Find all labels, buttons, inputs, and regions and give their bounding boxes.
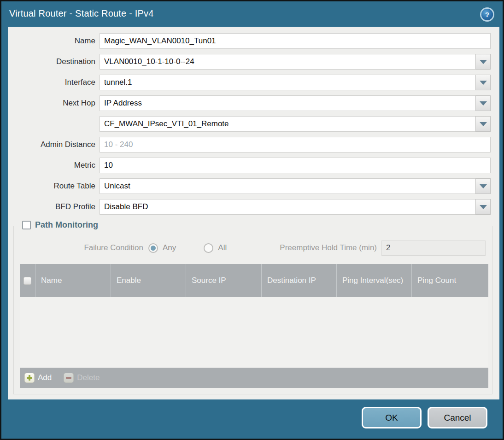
table-header: Name Enable Source IP Destination IP Pin… <box>20 264 488 297</box>
dialog-footer: OK Cancel <box>362 407 487 428</box>
chevron-down-icon <box>480 101 487 106</box>
metric-row: Metric <box>8 158 491 173</box>
bfd-profile-label: BFD Profile <box>8 202 100 211</box>
table-body-empty <box>20 297 488 368</box>
interface-dropdown-button[interactable] <box>475 75 491 90</box>
route-table-dropdown-button[interactable] <box>475 178 491 194</box>
admin-distance-input[interactable] <box>100 137 491 153</box>
name-label: Name <box>8 36 100 46</box>
destination-dropdown-button[interactable] <box>475 54 491 70</box>
ok-button[interactable]: OK <box>362 407 422 428</box>
column-header-source-ip: Source IP <box>186 264 261 297</box>
path-monitoring-checkbox[interactable] <box>22 221 31 229</box>
column-header-name: Name <box>35 264 111 297</box>
bfd-profile-input[interactable] <box>100 199 476 215</box>
delete-button-label: Delete <box>77 373 100 382</box>
static-route-dialog: Virtual Router - Static Route - IPv4 ? N… <box>0 0 504 440</box>
dialog-content: Name Destination Interface <box>8 27 499 399</box>
failure-condition-label: Failure Condition <box>14 243 148 252</box>
path-monitoring-title: Path Monitoring <box>35 220 98 230</box>
help-icon[interactable]: ? <box>481 9 493 20</box>
destination-input[interactable] <box>100 54 476 70</box>
next-hop-address-row <box>8 116 491 132</box>
interface-row: Interface <box>8 75 491 90</box>
interface-label: Interface <box>8 78 100 87</box>
path-monitoring-legend: Path Monitoring <box>19 220 101 230</box>
chevron-down-icon <box>480 122 487 126</box>
next-hop-address-input[interactable] <box>100 116 476 132</box>
add-button[interactable]: Add <box>24 373 52 383</box>
name-input[interactable] <box>100 33 491 49</box>
add-button-label: Add <box>38 373 52 382</box>
chevron-down-icon <box>480 205 487 209</box>
plus-icon <box>24 373 35 383</box>
select-all-checkbox <box>23 277 31 285</box>
next-hop-label: Next Hop <box>8 99 100 108</box>
bfd-profile-dropdown-button[interactable] <box>475 199 491 215</box>
failure-condition-any-label: Any <box>163 243 176 252</box>
path-monitoring-table: Name Enable Source IP Destination IP Pin… <box>20 264 488 388</box>
chevron-down-icon <box>480 184 487 188</box>
name-row: Name <box>8 33 491 49</box>
preemptive-hold-time-input <box>381 241 486 256</box>
destination-row: Destination <box>8 54 491 70</box>
interface-input[interactable] <box>100 75 476 90</box>
column-header-enable: Enable <box>111 264 186 297</box>
cancel-button[interactable]: Cancel <box>428 407 487 428</box>
delete-button: Delete <box>64 373 100 383</box>
titlebar: Virtual Router - Static Route - IPv4 ? <box>1 1 503 26</box>
admin-distance-label: Admin Distance <box>8 140 100 149</box>
route-table-input[interactable] <box>100 178 476 194</box>
preemptive-hold-time-label: Preemptive Hold Time (min) <box>280 243 381 252</box>
metric-input[interactable] <box>100 158 491 173</box>
table-toolbar: Add Delete <box>20 368 488 388</box>
select-all-cell <box>20 264 35 297</box>
dialog-title: Virtual Router - Static Route - IPv4 <box>9 8 154 19</box>
chevron-down-icon <box>480 60 487 64</box>
next-hop-type-input[interactable] <box>100 95 476 111</box>
metric-label: Metric <box>8 161 100 170</box>
bfd-profile-row: BFD Profile <box>8 199 491 215</box>
next-hop-row: Next Hop <box>8 95 491 111</box>
chevron-down-icon <box>480 81 487 85</box>
destination-label: Destination <box>8 57 100 66</box>
route-table-row: Route Table <box>8 178 491 194</box>
minus-icon <box>64 373 74 383</box>
admin-distance-row: Admin Distance <box>8 137 491 153</box>
next-hop-type-dropdown-button[interactable] <box>475 95 491 111</box>
column-header-destination-ip: Destination IP <box>261 264 336 297</box>
path-monitoring-section: Path Monitoring Failure Condition Any Al… <box>13 226 492 394</box>
next-hop-address-dropdown-button[interactable] <box>475 116 491 132</box>
failure-condition-radio-any[interactable] <box>148 243 158 253</box>
column-header-ping-interval: Ping Interval(sec) <box>336 264 411 297</box>
failure-condition-all-label: All <box>218 243 227 252</box>
failure-condition-row: Failure Condition Any All Preemptive Hol… <box>14 240 486 256</box>
route-table-label: Route Table <box>8 182 100 191</box>
failure-condition-radio-all[interactable] <box>204 243 213 253</box>
column-header-ping-count: Ping Count <box>411 264 488 297</box>
